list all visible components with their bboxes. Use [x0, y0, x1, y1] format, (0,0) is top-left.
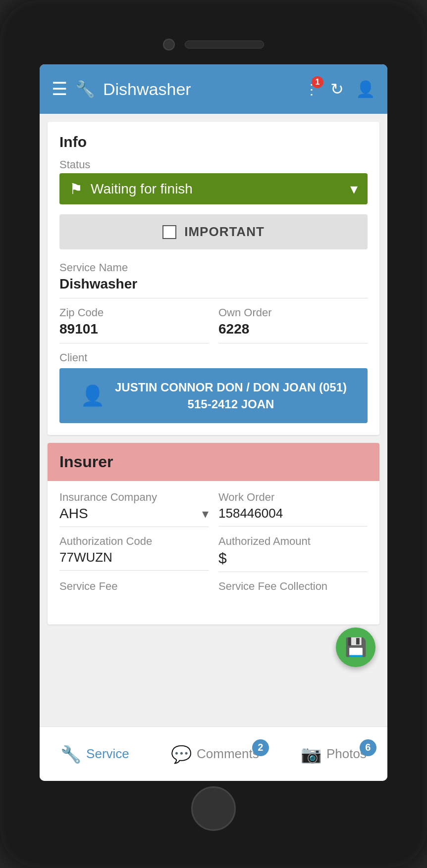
- service-fee-label: Service Fee: [59, 580, 209, 593]
- work-order-field: Work Order 158446004: [218, 491, 368, 527]
- client-name-line2: 515-2412 JOAN: [115, 396, 347, 413]
- client-field: Client 👤 JUSTIN CONNOR DON / DON JOAN (0…: [59, 351, 368, 423]
- important-label: IMPORTANT: [184, 224, 265, 240]
- status-left: ⚑ Waiting for finish: [69, 180, 193, 197]
- bottom-nav: 🔧 Service 💬 Comments 2 📷 Photos 6: [40, 726, 387, 781]
- client-label: Client: [59, 351, 368, 364]
- service-fee-collection-field: Service Fee Collection: [218, 580, 368, 595]
- auth-code-label: Authorization Code: [59, 535, 209, 548]
- refresh-button[interactable]: ↻: [330, 80, 344, 98]
- service-name-field: Service Name Dishwasher: [59, 261, 368, 298]
- insurance-chevron-icon: ▾: [202, 506, 209, 522]
- service-nav-label: Service: [86, 746, 129, 762]
- insurance-work-row: Insurance Company AHS ▾ Work Order 15844…: [59, 491, 368, 527]
- status-text: Waiting for finish: [91, 181, 193, 197]
- comments-nav-label: Comments: [197, 746, 259, 762]
- work-order-value: 158446004: [218, 506, 368, 527]
- insurer-card: Insurer Insurance Company AHS ▾: [48, 443, 379, 625]
- insurer-body: Insurance Company AHS ▾ Work Order 15844…: [48, 481, 379, 625]
- status-dropdown[interactable]: ⚑ Waiting for finish ▾: [59, 173, 368, 204]
- important-button[interactable]: IMPORTANT: [59, 214, 368, 249]
- screen-content: Info Status ⚑ Waiting for finish ▾: [40, 114, 387, 726]
- app-bar: ☰ 🔧 Dishwasher ⋮ 1 ↻ 👤: [40, 64, 387, 114]
- own-order-field: Own Order 6228: [218, 306, 368, 351]
- insurance-company-field: Insurance Company AHS ▾: [59, 491, 209, 527]
- auth-code-value: 77WUZN: [59, 550, 209, 571]
- insurance-company-label: Insurance Company: [59, 491, 209, 504]
- divider: [218, 343, 368, 343]
- client-name: JUSTIN CONNOR DON / DON JOAN (051) 515-2…: [115, 379, 347, 412]
- status-label: Status: [59, 158, 368, 171]
- status-row: Status ⚑ Waiting for finish ▾: [59, 158, 368, 204]
- status-chevron-icon: ▾: [350, 180, 358, 197]
- insurer-title: Insurer: [59, 453, 368, 471]
- nav-service[interactable]: 🔧 Service: [51, 739, 139, 769]
- info-section-title: Info: [59, 134, 368, 150]
- zip-code-value: 89101: [59, 321, 209, 337]
- status-flag-icon: ⚑: [69, 180, 83, 197]
- info-card: Info Status ⚑ Waiting for finish ▾: [48, 122, 379, 435]
- save-fab-button[interactable]: 💾: [336, 627, 375, 667]
- important-checkbox: [162, 225, 176, 239]
- auth-amount-row: Authorization Code 77WUZN Authorized Amo…: [59, 535, 368, 572]
- insurance-company-select[interactable]: AHS ▾: [59, 506, 209, 527]
- phone-device: ☰ 🔧 Dishwasher ⋮ 1 ↻ 👤 Info Status: [0, 0, 427, 868]
- photos-badge: 6: [360, 739, 376, 756]
- home-button[interactable]: [191, 786, 236, 831]
- comments-nav-icon: 💬: [171, 744, 192, 764]
- service-name-value: Dishwasher: [59, 276, 368, 292]
- own-order-value: 6228: [218, 321, 368, 337]
- phone-speaker: [185, 41, 264, 48]
- phone-screen: ☰ 🔧 Dishwasher ⋮ 1 ↻ 👤 Info Status: [40, 64, 387, 781]
- own-order-label: Own Order: [218, 306, 368, 319]
- nav-photos[interactable]: 📷 Photos 6: [291, 739, 376, 769]
- zip-code-label: Zip Code: [59, 306, 209, 319]
- insurance-company-value: AHS: [59, 506, 88, 522]
- zip-code-field: Zip Code 89101: [59, 306, 209, 351]
- authorized-amount-value: $: [218, 550, 368, 572]
- phone-notch: [40, 30, 387, 59]
- service-fee-collection-label: Service Fee Collection: [218, 580, 368, 593]
- service-nav-icon: 🔧: [60, 744, 81, 764]
- notification-badge: 1: [312, 76, 323, 88]
- comments-badge: 2: [252, 739, 269, 756]
- zip-own-row: Zip Code 89101 Own Order 6228: [59, 306, 368, 351]
- phone-bottom: [40, 789, 387, 828]
- service-fee-field: Service Fee: [59, 580, 209, 595]
- app-bar-title: Dishwasher: [103, 80, 297, 99]
- divider: [59, 343, 209, 343]
- client-person-icon: 👤: [80, 384, 105, 407]
- client-name-line1: JUSTIN CONNOR DON / DON JOAN (051): [115, 379, 347, 396]
- divider: [59, 298, 368, 298]
- client-button[interactable]: 👤 JUSTIN CONNOR DON / DON JOAN (051) 515…: [59, 368, 368, 423]
- insurer-header: Insurer: [48, 443, 379, 481]
- authorized-amount-label: Authorized Amount: [218, 535, 368, 548]
- profile-button[interactable]: 👤: [356, 80, 375, 98]
- save-icon: 💾: [345, 637, 367, 658]
- phone-camera: [163, 39, 175, 50]
- menu-icon[interactable]: ☰: [52, 79, 67, 99]
- work-order-label: Work Order: [218, 491, 368, 504]
- service-name-label: Service Name: [59, 261, 368, 274]
- photos-nav-icon: 📷: [301, 744, 321, 764]
- nav-comments[interactable]: 💬 Comments 2: [161, 739, 269, 769]
- authorized-amount-field: Authorized Amount $: [218, 535, 368, 572]
- wrench-icon: 🔧: [75, 80, 95, 98]
- app-bar-actions: ⋮ 1 ↻ 👤: [305, 80, 375, 98]
- service-fee-row: Service Fee Service Fee Collection: [59, 580, 368, 595]
- auth-code-field: Authorization Code 77WUZN: [59, 535, 209, 572]
- more-options-button[interactable]: ⋮ 1: [305, 81, 319, 97]
